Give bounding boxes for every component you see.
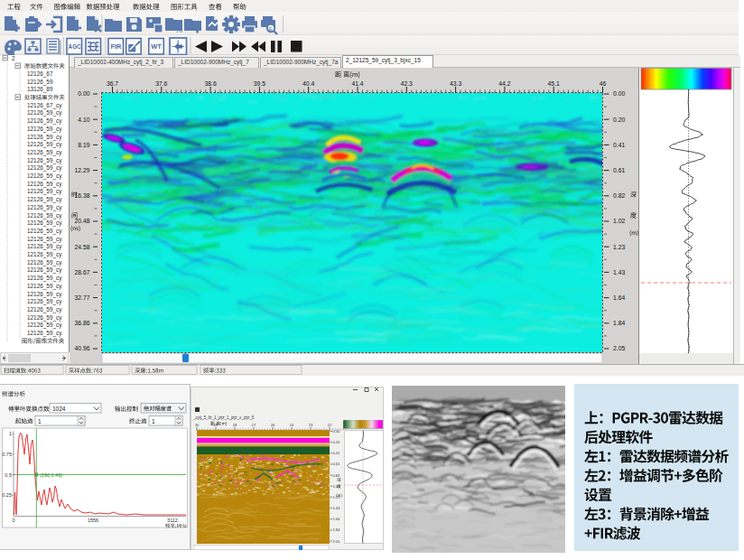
svg-text:12126_59_cy: 12126_59_cy: [27, 251, 62, 258]
svg-text:40.96: 40.96: [74, 345, 89, 351]
svg-text:12126_59_cy: 12126_59_cy: [27, 259, 62, 266]
svg-text:12126_67_cy: 12126_67_cy: [27, 102, 62, 109]
svg-text:12126_67: 12126_67: [27, 70, 53, 78]
svg-text:32.77: 32.77: [74, 294, 89, 301]
svg-text:8.19: 8.19: [78, 142, 89, 148]
svg-text:12126_59_cy: 12126_59_cy: [27, 212, 62, 219]
svg-text:27: 27: [252, 423, 256, 427]
svg-text:43.3: 43.3: [450, 80, 461, 87]
svg-text:0.41: 0.41: [333, 451, 341, 455]
svg-text:_cytj_5_fir_1_jzjz_1_jzjz_x_jz: _cytj_5_fir_1_jzjz_1_jzjz_x_jzjz_5: [192, 415, 255, 420]
svg-text:1.64: 1.64: [333, 517, 341, 521]
svg-text:FIR: FIR: [110, 42, 122, 51]
svg-text:12126_59_cy: 12126_59_cy: [27, 157, 62, 164]
svg-text:26: 26: [271, 423, 275, 427]
svg-text:0.82: 0.82: [333, 473, 341, 478]
svg-text:12126_59_cy: 12126_59_cy: [27, 266, 62, 274]
svg-text:41.4: 41.4: [351, 80, 363, 87]
svg-text:12126_59_cy: 12126_59_cy: [27, 126, 62, 133]
svg-text:12126_59_cy: 12126_59_cy: [27, 196, 62, 203]
svg-text:42.3: 42.3: [401, 80, 413, 87]
svg-text:12126_59_cy: 12126_59_cy: [27, 306, 62, 313]
svg-text:12126_59_cy: 12126_59_cy: [27, 219, 62, 227]
svg-text:13126_89: 13126_89: [27, 86, 53, 93]
svg-text:1.84: 1.84: [333, 527, 341, 532]
svg-text:12126_59_cy: 12126_59_cy: [27, 204, 62, 211]
svg-text:30: 30: [195, 423, 200, 427]
svg-text:12126_59_cy: 12126_59_cy: [27, 314, 62, 322]
svg-text:1.23: 1.23: [333, 495, 341, 499]
svg-text:2.05: 2.05: [333, 539, 341, 544]
svg-text:28.67: 28.67: [74, 269, 89, 275]
svg-text:45.1: 45.1: [548, 80, 560, 87]
svg-text:0.00: 0.00: [78, 90, 89, 97]
svg-text:24.58: 24.58: [74, 244, 89, 250]
svg-text:37.6: 37.6: [155, 80, 167, 87]
svg-text:1.43: 1.43: [613, 269, 625, 275]
svg-text:1.23: 1.23: [613, 244, 625, 250]
svg-text:12126_59_cy: 12126_59_cy: [27, 291, 62, 298]
svg-text:12126_59_cy: 12126_59_cy: [27, 275, 62, 282]
svg-text:12126_59_cy: 12126_59_cy: [27, 164, 62, 172]
svg-text:0.82: 0.82: [613, 192, 625, 199]
svg-text:12126_59_cy: 12126_59_cy: [27, 322, 62, 329]
svg-text:AGC: AGC: [69, 43, 81, 50]
svg-text:3112: 3112: [167, 518, 178, 523]
svg-text:28: 28: [233, 423, 237, 427]
svg-text:12126_59: 12126_59: [27, 79, 53, 86]
svg-text:1: 1: [38, 418, 42, 425]
svg-text:12126_59_cy: 12126_59_cy: [27, 117, 62, 125]
svg-text:0.20: 0.20: [613, 117, 625, 123]
svg-text:12126_59_cy: 12126_59_cy: [27, 109, 62, 117]
svg-text:0.61: 0.61: [333, 462, 341, 466]
svg-text:0.75: 0.75: [2, 452, 12, 457]
svg-text:0.00: 0.00: [333, 429, 341, 434]
svg-text:12126_59_cy: 12126_59_cy: [27, 141, 62, 148]
svg-text:4.10: 4.10: [78, 117, 89, 123]
svg-text:12126_59_cy: 12126_59_cy: [27, 243, 62, 250]
svg-text:2.05: 2.05: [613, 345, 625, 351]
svg-text:1.02: 1.02: [613, 218, 625, 224]
svg-text:12126_59_cy: 12126_59_cy: [27, 173, 62, 180]
svg-text:12126_59_cy: 12126_59_cy: [27, 330, 62, 337]
svg-text:0.25: 0.25: [2, 492, 12, 498]
svg-text:WT: WT: [151, 42, 162, 51]
svg-text:39.5: 39.5: [254, 80, 265, 87]
svg-text:0.61: 0.61: [613, 167, 625, 173]
svg-text:16.38: 16.38: [74, 192, 89, 199]
svg-text:E: E: [269, 26, 273, 32]
svg-text:12126_59_cy: 12126_59_cy: [27, 149, 62, 156]
svg-text:12126_59_cy: 12126_59_cy: [27, 228, 62, 235]
svg-text:12126_59_cy: 12126_59_cy: [27, 283, 62, 290]
svg-text:22: 22: [328, 423, 332, 427]
svg-text:24: 24: [290, 423, 294, 427]
svg-text:12126_59_cy: 12126_59_cy: [27, 236, 62, 243]
svg-text:36.86: 36.86: [74, 320, 89, 326]
svg-text:1024: 1024: [52, 406, 66, 412]
svg-text:29: 29: [214, 423, 219, 427]
svg-text:36.7: 36.7: [107, 80, 118, 87]
svg-text:12126_59_cy: 12126_59_cy: [27, 298, 62, 305]
svg-text:1.43: 1.43: [333, 506, 341, 510]
svg-text:20.48: 20.48: [74, 218, 89, 224]
svg-text:38.6: 38.6: [204, 80, 216, 87]
svg-text:1556: 1556: [88, 518, 98, 523]
svg-text:46: 46: [600, 80, 607, 87]
svg-text:1.84: 1.84: [613, 320, 625, 326]
svg-text:12126_59_cy: 12126_59_cy: [27, 181, 62, 188]
svg-text:12126_59_cy: 12126_59_cy: [27, 134, 62, 141]
svg-text:23: 23: [309, 423, 313, 427]
svg-text:0: 0: [12, 518, 14, 523]
svg-text:0.00: 0.00: [613, 90, 625, 97]
svg-text:1.64: 1.64: [613, 294, 625, 301]
svg-text:40.4: 40.4: [302, 80, 314, 87]
svg-text:0.41: 0.41: [613, 142, 625, 148]
svg-text:1: 1: [9, 431, 12, 436]
svg-text:44.2: 44.2: [498, 80, 510, 87]
svg-text:%: %: [175, 25, 182, 34]
svg-text:12.29: 12.29: [74, 167, 89, 173]
svg-text:1: 1: [152, 418, 155, 425]
svg-text:2: 2: [12, 55, 15, 61]
svg-text:12126_59_cy: 12126_59_cy: [27, 188, 62, 195]
svg-text:0.20: 0.20: [333, 440, 341, 444]
